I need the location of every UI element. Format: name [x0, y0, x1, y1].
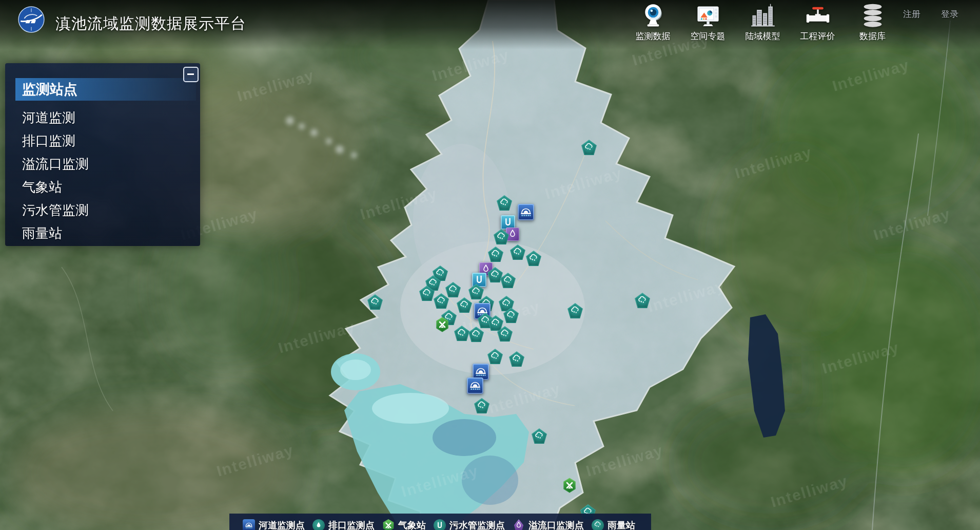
map-marker-river[interactable] — [467, 377, 483, 394]
panel-minimize-button[interactable] — [183, 67, 199, 82]
rain-glyph-icon — [496, 232, 507, 243]
rain-glyph-icon — [490, 249, 501, 260]
river-legend-icon — [243, 519, 255, 530]
nav-item-label: 监测数据 — [636, 30, 671, 42]
sidebar-item-2[interactable]: 排口监测 — [5, 129, 200, 153]
sewage-glyph-icon — [435, 521, 444, 530]
rain-glyph-icon — [570, 306, 581, 317]
rain-glyph-icon — [593, 521, 602, 530]
nav-item-5[interactable]: 数据库 — [845, 3, 900, 42]
page-title: 滇池流域监测数据展示平台 — [55, 13, 246, 34]
overflow-glyph-icon — [514, 521, 523, 530]
city-buildings-icon — [750, 3, 776, 29]
river-glyph-icon — [519, 205, 533, 219]
database-icon — [859, 3, 886, 29]
rain-glyph-icon — [471, 287, 482, 298]
nav-item-4[interactable]: 工程评价 — [790, 3, 845, 42]
nav-item-3[interactable]: 陆域模型 — [735, 3, 790, 42]
legend-item-label: 雨量站 — [607, 519, 635, 530]
rain-glyph-icon — [489, 270, 501, 281]
rain-glyph-icon — [501, 298, 512, 310]
rain-glyph-icon — [637, 295, 648, 307]
sewage-glyph-icon — [502, 217, 514, 228]
monitor-chart-icon — [695, 3, 721, 29]
legend-item-label: 排口监测点 — [328, 519, 375, 530]
weather-glyph-icon — [384, 521, 393, 530]
outlet-legend-icon — [312, 519, 325, 530]
panel-menu: 河道监测排口监测溢流口监测气象站污水管监测雨量站 — [5, 106, 200, 245]
legend-item-label: 河道监测点 — [259, 519, 305, 530]
sidebar-item-5[interactable]: 污水管监测 — [5, 199, 200, 222]
rain-glyph-icon — [502, 275, 514, 287]
weather-legend-icon — [382, 519, 395, 530]
header-nav: 监测数据空间专题陆域模型工程评价数据库 — [625, 3, 900, 42]
top-header: 滇池流域监测数据展示平台 监测数据空间专题陆域模型工程评价数据库 注册 登录 — [0, 0, 980, 49]
weather-glyph-icon — [564, 480, 575, 491]
rain-glyph-icon — [459, 300, 470, 311]
monitoring-stations-panel: 监测站点 河道监测排口监测溢流口监测气象站污水管监测雨量站 — [5, 63, 200, 246]
overflow-legend-icon — [513, 519, 525, 530]
login-link[interactable]: 登录 — [941, 8, 958, 20]
rain-glyph-icon — [511, 354, 522, 365]
legend-item-label: 溢流口监测点 — [528, 519, 584, 530]
rain-glyph-icon — [499, 198, 510, 209]
rain-glyph-icon — [489, 351, 501, 363]
legend-item-weather[interactable]: 气象站 — [382, 519, 426, 530]
rain-glyph-icon — [369, 297, 381, 308]
auth-links: 注册 登录 — [903, 8, 958, 20]
rain-glyph-icon — [505, 310, 517, 321]
weather-glyph-icon — [437, 319, 447, 330]
river-glyph-icon — [474, 365, 487, 378]
rain-glyph-icon — [471, 329, 482, 340]
rain-glyph-icon — [456, 328, 467, 339]
map-legend: 河道监测点排口监测点气象站污水管监测点溢流口监测点雨量站 — [229, 514, 651, 530]
panel-title: 监测站点 — [15, 78, 196, 101]
outlet-glyph-icon — [314, 521, 323, 530]
legend-item-sewage[interactable]: 污水管监测点 — [434, 519, 505, 530]
map-marker-sewage[interactable] — [472, 273, 486, 287]
sidebar-item-3[interactable]: 溢流口监测 — [5, 153, 200, 176]
sewage-glyph-icon — [474, 274, 485, 286]
rain-legend-icon — [592, 519, 604, 530]
platform-logo — [17, 6, 45, 33]
minus-icon — [187, 73, 194, 75]
register-link[interactable]: 注册 — [903, 8, 920, 20]
legend-item-rain[interactable]: 雨量站 — [592, 519, 635, 530]
rain-glyph-icon — [447, 285, 459, 296]
map-marker-river[interactable] — [518, 204, 534, 220]
rain-glyph-icon — [421, 288, 433, 299]
river-glyph-icon — [244, 521, 253, 530]
legend-item-label: 污水管监测点 — [449, 519, 505, 530]
nav-item-label: 工程评价 — [800, 30, 835, 42]
nav-item-label: 空间专题 — [691, 30, 726, 42]
nav-item-2[interactable]: 空间专题 — [680, 3, 735, 42]
nav-item-label: 陆域模型 — [746, 30, 780, 42]
legend-item-overflow[interactable]: 溢流口监测点 — [513, 519, 584, 530]
rain-glyph-icon — [534, 431, 545, 442]
rain-glyph-icon — [499, 329, 511, 340]
sewage-legend-icon — [434, 519, 446, 530]
pipe-valve-icon — [805, 3, 831, 29]
app-root: IntelliwayIntelliwayIntelliwayIntelliway… — [0, 0, 980, 530]
river-glyph-icon — [468, 379, 482, 392]
rain-glyph-icon — [512, 247, 523, 258]
sidebar-item-6[interactable]: 雨量站 — [5, 222, 200, 245]
nav-item-1[interactable]: 监测数据 — [625, 3, 680, 42]
webcam-icon — [640, 3, 667, 29]
legend-item-label: 气象站 — [398, 519, 426, 530]
sidebar-item-4[interactable]: 气象站 — [5, 176, 200, 199]
legend-item-river[interactable]: 河道监测点 — [243, 519, 305, 530]
rain-glyph-icon — [436, 296, 447, 307]
rain-glyph-icon — [583, 142, 595, 154]
rain-glyph-icon — [476, 401, 487, 412]
rain-glyph-icon — [490, 318, 501, 329]
nav-item-label: 数据库 — [859, 30, 886, 42]
legend-item-outlet[interactable]: 排口监测点 — [312, 519, 375, 530]
sidebar-item-1[interactable]: 河道监测 — [5, 106, 200, 129]
rain-glyph-icon — [528, 253, 539, 264]
overflow-glyph-icon — [507, 229, 518, 240]
